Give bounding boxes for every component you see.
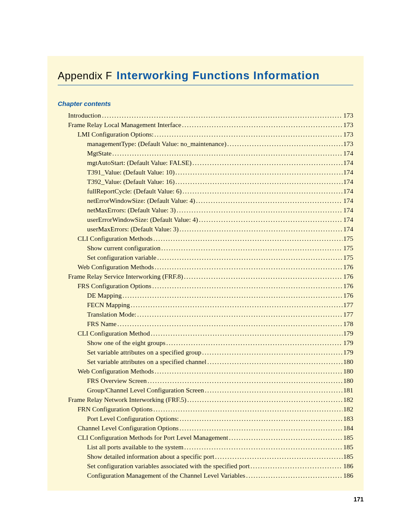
toc-entry[interactable]: Set variable attributes on a specified c… <box>68 357 353 367</box>
toc-entry-page: 177 <box>343 300 353 310</box>
toc-entry[interactable]: Channel Level Configuration Options 184 <box>68 423 353 433</box>
contents-heading: Chapter contents <box>58 100 353 107</box>
toc-entry-label: FRN Configuration Options <box>78 404 153 414</box>
toc-entry[interactable]: fullReportCycle: (Default Value: 6) 174 <box>68 187 353 196</box>
toc-entry[interactable]: Show detailed information about a specif… <box>68 452 353 461</box>
toc-entry-label: Set configuration variable <box>87 253 156 262</box>
toc-leaders <box>112 149 342 158</box>
toc-entry-page: 183 <box>343 414 353 423</box>
toc-entry-label: FRS Configuration Options <box>78 281 151 291</box>
toc-leaders <box>175 177 342 187</box>
toc-entry-page: 186 <box>343 461 353 471</box>
toc-entry-page: 177 <box>343 310 353 319</box>
toc-entry[interactable]: FRN Configuration Options 182 <box>68 404 353 414</box>
toc-entry-page: 173 <box>343 120 353 130</box>
toc-entry[interactable]: CLI Configuration Methods 175 <box>68 234 353 243</box>
toc-entry-label: Set variable attributes on a specified g… <box>87 348 201 357</box>
toc-entry[interactable]: Port Level Configuration Options: 183 <box>68 414 353 423</box>
toc-entry[interactable]: Web Configuration Methods 180 <box>68 367 353 376</box>
toc-entry[interactable]: mgtAutoStart: (Default Value: FALSE) 174 <box>68 158 353 168</box>
toc-leaders <box>229 433 342 442</box>
toc-entry[interactable]: FRS Configuration Options 176 <box>68 281 353 291</box>
toc-entry[interactable]: CLI Configuration Methods for Port Level… <box>68 433 353 442</box>
toc-entry[interactable]: netMaxErrors: (Default Value: 3) 174 <box>68 205 353 215</box>
toc-entry-label: CLI Configuration Methods <box>78 234 153 243</box>
toc-entry-label: Web Configuration Methods <box>78 262 154 272</box>
toc-leaders <box>202 348 342 357</box>
toc-entry-label: List all ports available to the system <box>87 442 184 452</box>
toc-entry[interactable]: Show one of the eight groups 179 <box>68 338 353 348</box>
toc-entry-page: 181 <box>343 386 353 395</box>
toc-entry-label: userMaxErrors: (Default Value: 3) <box>87 224 179 234</box>
toc-leaders <box>246 471 342 480</box>
toc-leaders <box>151 329 342 338</box>
toc-entry[interactable]: FRS Name 178 <box>68 319 353 329</box>
toc-entry-label: Configuration Management of the Channel … <box>87 471 245 480</box>
toc-entry[interactable]: Set configuration variables associated w… <box>68 461 353 471</box>
toc-entry[interactable]: Show current configuration 175 <box>68 243 353 253</box>
toc-entry-label: Show one of the eight groups <box>87 338 165 348</box>
toc-entry-page: 179 <box>343 348 353 357</box>
toc-entry[interactable]: userMaxErrors: (Default Value: 3) 174 <box>68 224 353 234</box>
toc-entry-label: Group/Channel Level Configuration Screen <box>87 386 204 395</box>
toc-entry[interactable]: CLI Configuration Method 179 <box>68 329 353 338</box>
toc-entry[interactable]: T392_Value: (Default Value: 16) 174 <box>68 177 353 187</box>
toc-entry[interactable]: Set variable attributes on a specified g… <box>68 348 353 357</box>
toc-entry-page: 174 <box>343 177 353 187</box>
toc-entry[interactable]: netErrorWindowSize: (Default Value: 4) 1… <box>68 196 353 205</box>
toc-entry-page: 174 <box>343 168 353 177</box>
toc-entry-label: CLI Configuration Method <box>78 329 150 338</box>
toc-leaders <box>117 319 342 329</box>
toc-entry[interactable]: List all ports available to the system 1… <box>68 442 353 452</box>
toc-leaders <box>175 168 342 177</box>
toc-entry[interactable]: LMI Configuration Options: 173 <box>68 130 353 139</box>
toc-entry[interactable]: Configuration Management of the Channel … <box>68 471 353 480</box>
toc-entry-page: 178 <box>343 319 353 329</box>
toc-entry[interactable]: Introduction173 <box>68 111 353 120</box>
toc-entry[interactable]: FECN Mapping 177 <box>68 300 353 310</box>
toc-entry-page: 179 <box>343 329 353 338</box>
toc-leaders <box>152 281 342 291</box>
toc-leaders <box>183 187 342 196</box>
toc-entry[interactable]: FRS Overview Screen 180 <box>68 376 353 386</box>
toc-leaders <box>187 395 342 404</box>
toc-entry-page: 174 <box>343 215 353 224</box>
page-content: Appendix F Interworking Functions Inform… <box>47 56 364 491</box>
toc-entry[interactable]: Set configuration variable 175 <box>68 253 353 262</box>
toc-entry-label: Show detailed information about a specif… <box>87 452 214 461</box>
toc-entry[interactable]: T391_Value: (Default Value: 10) 174 <box>68 168 353 177</box>
toc-entry[interactable]: Web Configuration Methods 176 <box>68 262 353 272</box>
toc-entry-page: 173 <box>343 130 353 139</box>
toc-entry-page: 180 <box>343 367 353 376</box>
toc-entry-page: 185 <box>343 433 353 442</box>
toc-entry[interactable]: Frame Relay Network Interworking (FRF.5)… <box>68 395 353 404</box>
toc-leaders <box>180 224 342 234</box>
toc-entry[interactable]: Frame Relay Service Interworking (FRF.8)… <box>68 272 353 281</box>
toc-leaders <box>180 423 342 433</box>
toc-entry-page: 175 <box>343 253 353 262</box>
toc-entry-page: 182 <box>343 395 353 404</box>
toc-entry[interactable]: Group/Channel Level Configuration Screen… <box>68 386 353 395</box>
toc-entry[interactable]: Frame Relay Local Management Interface 1… <box>68 120 353 130</box>
toc-entry[interactable]: managementType: (Default Value: no_maint… <box>68 139 353 149</box>
toc-leaders <box>205 386 342 395</box>
toc-entry-page: 184 <box>343 423 353 433</box>
toc-entry-page: 175 <box>343 243 353 253</box>
toc-leaders <box>155 367 342 376</box>
toc-entry-label: Frame Relay Service Interworking (FRF.8) <box>68 272 183 281</box>
toc-entry[interactable]: Translation Mode: 177 <box>68 310 353 319</box>
toc-entry[interactable]: MgtState 174 <box>68 149 353 158</box>
toc-entry[interactable]: DE Mapping 176 <box>68 291 353 300</box>
toc-leaders <box>157 253 342 262</box>
toc-leaders <box>227 139 342 149</box>
toc-leaders <box>155 262 342 272</box>
toc-entry-page: 173 <box>343 111 353 120</box>
toc-entry-label: FECN Mapping <box>87 300 130 310</box>
toc-entry-label: Port Level Configuration Options: <box>87 414 179 423</box>
toc-leaders <box>193 158 342 168</box>
toc-entry-label: MgtState <box>87 149 112 158</box>
toc-entry[interactable]: userErrorWindowSize: (Default Value: 4) … <box>68 215 353 224</box>
appendix-title: Interworking Functions Information <box>116 69 320 82</box>
toc-leaders <box>166 338 342 348</box>
toc-entry-page: 179 <box>343 338 353 348</box>
